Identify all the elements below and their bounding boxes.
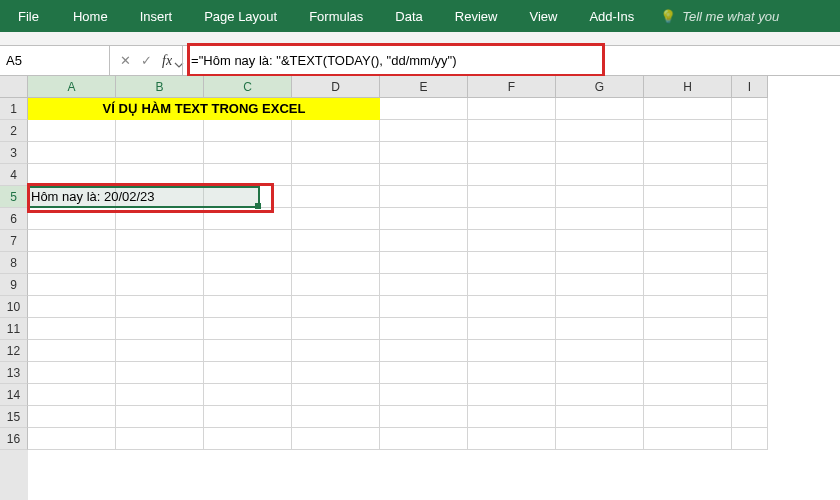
cell-g15[interactable] (556, 406, 644, 428)
cell-c3[interactable] (204, 142, 292, 164)
cell-f4[interactable] (468, 164, 556, 186)
col-head-c[interactable]: C (204, 76, 292, 98)
cell-a15[interactable] (28, 406, 116, 428)
row-head-11[interactable]: 11 (0, 318, 28, 340)
cell-i3[interactable] (732, 142, 768, 164)
row-head-14[interactable]: 14 (0, 384, 28, 406)
cell-h15[interactable] (644, 406, 732, 428)
cell-i4[interactable] (732, 164, 768, 186)
cell-c1[interactable] (204, 98, 292, 120)
row-head-4[interactable]: 4 (0, 164, 28, 186)
cell-h6[interactable] (644, 208, 732, 230)
cell-e14[interactable] (380, 384, 468, 406)
tab-view[interactable]: View (513, 0, 573, 32)
col-head-g[interactable]: G (556, 76, 644, 98)
cell-a2[interactable] (28, 120, 116, 142)
tab-home[interactable]: Home (57, 0, 124, 32)
cell-g3[interactable] (556, 142, 644, 164)
cell-g13[interactable] (556, 362, 644, 384)
col-head-f[interactable]: F (468, 76, 556, 98)
cell-b13[interactable] (116, 362, 204, 384)
cell-b2[interactable] (116, 120, 204, 142)
cell-d10[interactable] (292, 296, 380, 318)
cell-a14[interactable] (28, 384, 116, 406)
tab-formulas[interactable]: Formulas (293, 0, 379, 32)
cell-h5[interactable] (644, 186, 732, 208)
cell-g8[interactable] (556, 252, 644, 274)
cell-h1[interactable] (644, 98, 732, 120)
cell-c16[interactable] (204, 428, 292, 450)
cell-d9[interactable] (292, 274, 380, 296)
cell-i11[interactable] (732, 318, 768, 340)
cell-e11[interactable] (380, 318, 468, 340)
row-head-16[interactable]: 16 (0, 428, 28, 450)
cell-a16[interactable] (28, 428, 116, 450)
cell-i9[interactable] (732, 274, 768, 296)
cell-d14[interactable] (292, 384, 380, 406)
cell-d6[interactable] (292, 208, 380, 230)
cell-b4[interactable] (116, 164, 204, 186)
formula-input[interactable] (183, 53, 840, 68)
cell-c15[interactable] (204, 406, 292, 428)
cell-g5[interactable] (556, 186, 644, 208)
cell-c5[interactable] (204, 186, 292, 208)
cell-c9[interactable] (204, 274, 292, 296)
tab-review[interactable]: Review (439, 0, 514, 32)
cell-d3[interactable] (292, 142, 380, 164)
row-head-15[interactable]: 15 (0, 406, 28, 428)
cell-i14[interactable] (732, 384, 768, 406)
cell-f16[interactable] (468, 428, 556, 450)
cell-d15[interactable] (292, 406, 380, 428)
cell-b1[interactable] (116, 98, 204, 120)
cell-c6[interactable] (204, 208, 292, 230)
cell-c12[interactable] (204, 340, 292, 362)
row-head-13[interactable]: 13 (0, 362, 28, 384)
cell-b10[interactable] (116, 296, 204, 318)
col-head-d[interactable]: D (292, 76, 380, 98)
cell-a6[interactable] (28, 208, 116, 230)
cell-d5[interactable] (292, 186, 380, 208)
cell-e13[interactable] (380, 362, 468, 384)
cell-e5[interactable] (380, 186, 468, 208)
cell-a10[interactable] (28, 296, 116, 318)
row-head-1[interactable]: 1 (0, 98, 28, 120)
cell-d11[interactable] (292, 318, 380, 340)
cell-a8[interactable] (28, 252, 116, 274)
cell-a13[interactable] (28, 362, 116, 384)
cell-b9[interactable] (116, 274, 204, 296)
cell-e3[interactable] (380, 142, 468, 164)
cell-e9[interactable] (380, 274, 468, 296)
cell-b14[interactable] (116, 384, 204, 406)
row-head-3[interactable]: 3 (0, 142, 28, 164)
cell-f1[interactable] (468, 98, 556, 120)
cell-f7[interactable] (468, 230, 556, 252)
tab-insert[interactable]: Insert (124, 0, 189, 32)
col-head-e[interactable]: E (380, 76, 468, 98)
cell-h13[interactable] (644, 362, 732, 384)
cell-f12[interactable] (468, 340, 556, 362)
cell-i13[interactable] (732, 362, 768, 384)
cell-f10[interactable] (468, 296, 556, 318)
cell-a12[interactable] (28, 340, 116, 362)
cell-b15[interactable] (116, 406, 204, 428)
cell-e15[interactable] (380, 406, 468, 428)
cell-a3[interactable] (28, 142, 116, 164)
fx-insert-function-icon[interactable]: fx (162, 53, 172, 69)
cell-f14[interactable] (468, 384, 556, 406)
tab-data[interactable]: Data (379, 0, 438, 32)
cell-i8[interactable] (732, 252, 768, 274)
col-head-a[interactable]: A (28, 76, 116, 98)
cell-g1[interactable] (556, 98, 644, 120)
name-box[interactable] (0, 46, 110, 75)
cell-f13[interactable] (468, 362, 556, 384)
cell-h9[interactable] (644, 274, 732, 296)
cell-f8[interactable] (468, 252, 556, 274)
tab-page-layout[interactable]: Page Layout (188, 0, 293, 32)
cell-c13[interactable] (204, 362, 292, 384)
cell-g10[interactable] (556, 296, 644, 318)
cell-e1[interactable] (380, 98, 468, 120)
cell-h14[interactable] (644, 384, 732, 406)
cell-e12[interactable] (380, 340, 468, 362)
cell-g14[interactable] (556, 384, 644, 406)
cell-g2[interactable] (556, 120, 644, 142)
